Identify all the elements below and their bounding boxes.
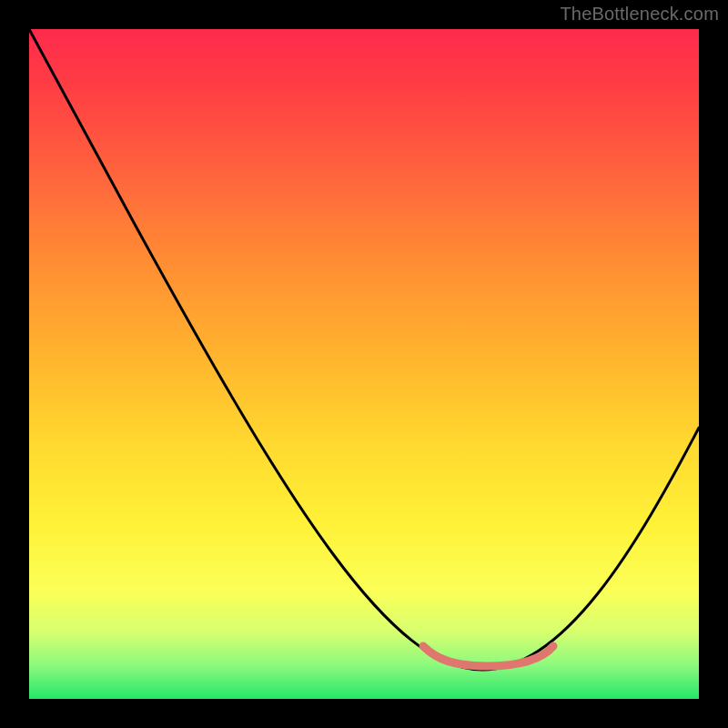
optimal-range-marker	[423, 646, 553, 666]
chart-frame: TheBottleneck.com	[0, 0, 728, 728]
bottleneck-curve	[29, 29, 699, 670]
curve-layer	[29, 29, 699, 699]
watermark-text: TheBottleneck.com	[560, 4, 719, 25]
plot-area	[29, 29, 699, 699]
